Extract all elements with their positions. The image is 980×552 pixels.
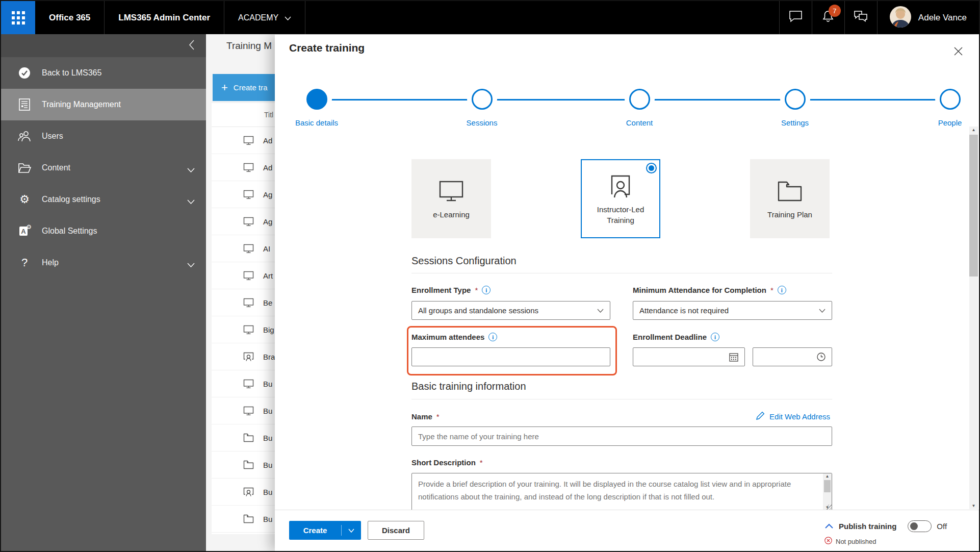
min-attendance-dropdown[interactable]: Attendance is not required — [633, 301, 832, 320]
step-circle-icon — [940, 89, 961, 110]
sidebar-item-content[interactable]: Content — [1, 152, 206, 184]
sidebar-item-help[interactable]: ? Help — [1, 247, 206, 279]
monitor-icon — [243, 163, 254, 172]
monitor-icon — [243, 325, 254, 335]
admin-center-link[interactable]: LMS365 Admin Center — [105, 1, 224, 34]
folder-icon — [243, 514, 254, 523]
plus-icon: + — [221, 82, 228, 93]
info-icon[interactable]: i — [488, 333, 497, 341]
info-icon[interactable]: i — [482, 286, 491, 294]
row-title: Ag — [263, 217, 272, 226]
create-menu-button[interactable] — [342, 521, 361, 540]
row-title: Bra — [263, 353, 275, 361]
sidebar-item-users[interactable]: Users — [1, 120, 206, 152]
sidebar-item-training-management[interactable]: Training Management — [1, 89, 206, 120]
instructor-icon — [582, 173, 659, 199]
row-title: Be — [263, 298, 272, 307]
max-attendees-label: Maximum attendees i — [411, 333, 497, 341]
training-type-instructor-led[interactable]: Instructor-Led Training — [581, 159, 660, 238]
chevron-down-icon — [819, 309, 826, 313]
clock-icon — [817, 353, 826, 361]
modal-scrollbar[interactable]: ▲ ▼ — [969, 127, 978, 509]
calendar-icon — [729, 353, 738, 362]
row-title: Ad — [263, 163, 272, 172]
create-split-button[interactable]: Create — [289, 521, 361, 540]
publish-training-control: Publish training Off — [824, 520, 947, 532]
sidebar-item-global-settings[interactable]: A⚙ Global Settings — [1, 215, 206, 247]
row-title: Bu — [263, 434, 272, 442]
step-basic-details[interactable]: Basic details — [273, 89, 360, 127]
chevron-down-icon — [285, 13, 291, 22]
monitor-icon — [243, 136, 254, 145]
enrollment-deadline-time-input[interactable] — [753, 347, 832, 366]
feedback-button[interactable] — [844, 1, 877, 34]
modal-title: Create training — [289, 42, 365, 54]
divider — [411, 273, 832, 273]
divider — [411, 399, 832, 399]
create-training-modal: Create training Basic detailsSessionsCon… — [275, 35, 979, 551]
chat-button[interactable] — [779, 1, 812, 34]
sidebar-item-back-to-lms365[interactable]: Back to LMS365 — [1, 57, 206, 89]
person-icon — [243, 352, 254, 362]
monitor-icon — [243, 271, 254, 281]
chevron-down-icon — [187, 165, 195, 174]
office-365-link[interactable]: Office 365 — [35, 1, 105, 34]
step-content[interactable]: Content — [596, 89, 683, 127]
user-menu[interactable]: Adele Vance — [877, 1, 979, 34]
enrollment-type-label: Enrollment Type* i — [411, 286, 491, 294]
publish-training-label: Publish training — [839, 522, 896, 531]
training-type-elearning[interactable]: e-Learning — [411, 159, 491, 238]
max-attendees-input[interactable] — [411, 347, 610, 366]
short-description-textarea[interactable] — [411, 473, 832, 514]
create-button[interactable]: Create — [289, 521, 341, 540]
chevron-up-icon[interactable] — [824, 522, 834, 531]
chevron-down-icon — [597, 309, 604, 313]
textarea-resize-handle[interactable] — [827, 505, 832, 510]
tenant-dropdown[interactable]: ACADEMY — [224, 1, 305, 34]
notifications-button[interactable]: 7 — [812, 1, 844, 34]
discard-button[interactable]: Discard — [368, 521, 424, 540]
sidebar-item-catalog-settings[interactable]: ⚙ Catalog settings — [1, 184, 206, 215]
info-icon[interactable]: i — [711, 333, 719, 341]
chevron-down-icon — [187, 260, 195, 269]
monitor-icon — [243, 406, 254, 416]
pencil-icon — [756, 411, 765, 422]
publish-status: Not published — [824, 537, 876, 546]
sidebar-collapse-button[interactable] — [1, 34, 206, 57]
step-settings[interactable]: Settings — [752, 89, 838, 127]
row-title: Ag — [263, 190, 272, 199]
scroll-down-icon: ▼ — [969, 504, 978, 508]
edit-web-address-link[interactable]: Edit Web Address — [756, 411, 830, 422]
top-bar: Office 365 LMS365 Admin Center ACADEMY 7 — [1, 1, 979, 34]
step-circle-icon — [629, 89, 650, 110]
toggle-state-label: Off — [937, 522, 947, 531]
enrollment-deadline-date-input[interactable] — [633, 347, 745, 366]
question-icon: ? — [17, 256, 32, 269]
row-title: Bu — [263, 461, 272, 469]
close-button[interactable] — [954, 47, 963, 58]
step-people[interactable]: People — [907, 89, 980, 127]
basic-info-heading: Basic training information — [411, 381, 526, 392]
monitor-icon — [243, 190, 254, 199]
monitor-icon — [243, 244, 254, 254]
publish-status-text: Not published — [836, 538, 876, 545]
chat-icon — [789, 10, 803, 25]
publish-toggle[interactable] — [908, 520, 932, 532]
info-icon[interactable]: i — [778, 286, 786, 294]
training-type-training-plan[interactable]: Training Plan — [750, 159, 830, 238]
not-published-icon — [824, 537, 832, 546]
feedback-icon — [854, 10, 868, 25]
step-label: People — [907, 118, 980, 127]
monitor-icon — [243, 298, 254, 308]
name-input[interactable] — [411, 426, 832, 446]
app-launcher-button[interactable] — [1, 1, 35, 34]
people-icon — [17, 130, 32, 142]
step-sessions[interactable]: Sessions — [439, 89, 525, 127]
chevron-left-icon — [189, 39, 195, 53]
folder-icon — [750, 179, 830, 204]
sidebar: Back to LMS365 Training Management Users… — [1, 34, 206, 551]
radio-selected-icon — [646, 163, 657, 173]
enrollment-type-dropdown[interactable]: All groups and standalone sessions — [411, 301, 610, 320]
scrollbar-thumb — [969, 135, 978, 277]
short-description-label: Short Description* — [411, 458, 483, 467]
